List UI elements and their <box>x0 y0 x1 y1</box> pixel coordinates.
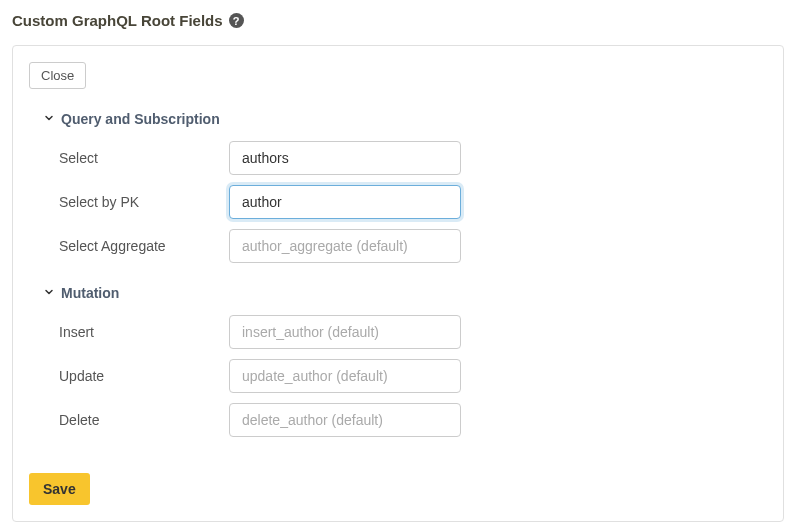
delete-label: Delete <box>59 412 229 428</box>
select-aggregate-label: Select Aggregate <box>59 238 229 254</box>
insert-label: Insert <box>59 324 229 340</box>
mutation-header[interactable]: Mutation <box>43 285 767 301</box>
select-input[interactable] <box>229 141 461 175</box>
page-title: Custom GraphQL Root Fields ? <box>12 12 784 29</box>
save-button[interactable]: Save <box>29 473 90 505</box>
select-aggregate-row: Select Aggregate <box>43 229 767 263</box>
chevron-down-icon <box>43 286 55 301</box>
section-title: Query and Subscription <box>61 111 220 127</box>
delete-row: Delete <box>43 403 767 437</box>
insert-input[interactable] <box>229 315 461 349</box>
close-button[interactable]: Close <box>29 62 86 89</box>
section-title: Mutation <box>61 285 119 301</box>
mutation-section: Mutation Insert Update Delete <box>43 285 767 437</box>
root-fields-panel: Close Query and Subscription Select Sele… <box>12 45 784 522</box>
delete-input[interactable] <box>229 403 461 437</box>
update-label: Update <box>59 368 229 384</box>
select-aggregate-input[interactable] <box>229 229 461 263</box>
chevron-down-icon <box>43 112 55 127</box>
select-row: Select <box>43 141 767 175</box>
page-title-text: Custom GraphQL Root Fields <box>12 12 223 29</box>
update-row: Update <box>43 359 767 393</box>
select-by-pk-label: Select by PK <box>59 194 229 210</box>
query-subscription-section: Query and Subscription Select Select by … <box>43 111 767 263</box>
select-by-pk-row: Select by PK <box>43 185 767 219</box>
update-input[interactable] <box>229 359 461 393</box>
help-icon[interactable]: ? <box>229 13 244 28</box>
query-subscription-header[interactable]: Query and Subscription <box>43 111 767 127</box>
insert-row: Insert <box>43 315 767 349</box>
select-by-pk-input[interactable] <box>229 185 461 219</box>
select-label: Select <box>59 150 229 166</box>
